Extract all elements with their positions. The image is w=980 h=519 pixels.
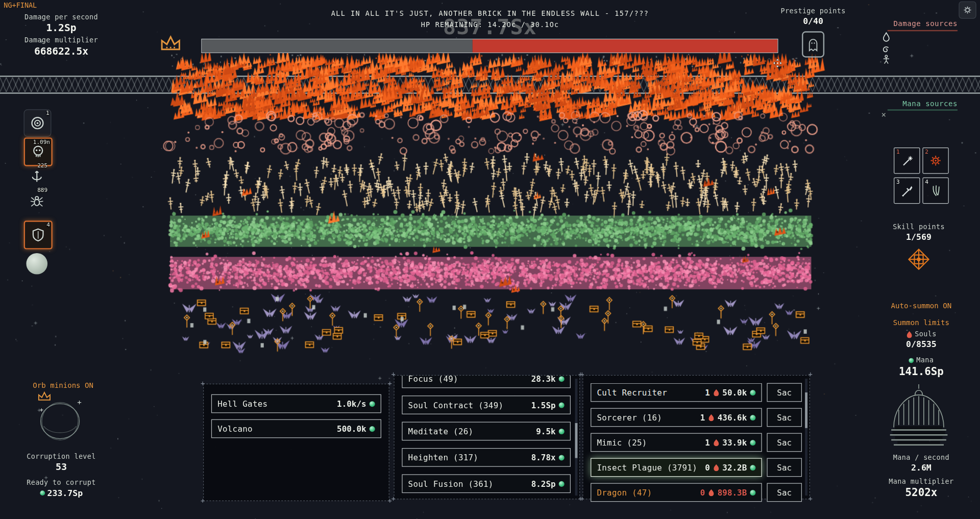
summon-sorcerer[interactable]: Sorcerer (16) 1 436.6k: [591, 408, 762, 427]
spell-focus[interactable]: Focus (49) 28.3k: [402, 376, 571, 388]
claw-icon: [929, 184, 943, 197]
corruption-stat: Corruption level 53: [22, 453, 100, 473]
slot-1-wand[interactable]: 1: [894, 147, 920, 174]
spell-value: 1.0k/s: [337, 399, 366, 408]
summon-name: Sorcerer (16): [597, 413, 662, 422]
buff-spider-button[interactable]: 889: [25, 189, 49, 213]
moon-orb-button[interactable]: [26, 253, 47, 275]
sac-button[interactable]: Sac: [767, 483, 802, 502]
skill-points-value: 1/569: [877, 232, 960, 242]
spell-name: Meditate (26): [408, 427, 474, 436]
mana-multiplier-stat: Mana multiplier 5202x: [877, 478, 965, 499]
auto-summon-toggle[interactable]: Auto-summon ON: [877, 301, 965, 310]
mana-stat: Mana 141.6Sp: [877, 356, 965, 378]
spell-name: Soul Contract (349): [408, 400, 504, 409]
summon-dragon[interactable]: Dragon (47) 0 898.3B: [591, 483, 762, 502]
hp-remaining-text: HP REMAINING: 14.2Oc / 30.1Oc: [200, 20, 780, 29]
sac-button[interactable]: Sac: [767, 458, 802, 477]
summon-row-dragon: Dragon (47) 0 898.3B Sac: [591, 483, 802, 502]
summons-list: Cult Recruiter 1 50.0k Sac Sorcerer (16)…: [583, 376, 809, 506]
spell-soul-fusion[interactable]: Soul Fusion (361) 8.2Sp: [402, 474, 571, 493]
summon-cost: 33.9k: [722, 438, 747, 447]
orb-minions-toggle[interactable]: Orb minions ON: [26, 381, 100, 390]
souls-stat: Souls 0/8535: [877, 330, 965, 349]
mana-multiplier-value: 5202x: [877, 486, 965, 499]
soul-icon: [906, 330, 912, 338]
mana-value: 141.6Sp: [877, 365, 965, 377]
mana-sources-heading: Mana sources: [880, 100, 958, 108]
mana-furnace-icon: [884, 381, 953, 455]
spell-volcano[interactable]: Volcano 500.0k: [211, 419, 381, 438]
buff-skull-button[interactable]: 1.09n: [24, 137, 53, 166]
summons-scrollbar[interactable]: [805, 379, 807, 496]
panel-corner: [391, 496, 396, 502]
corrupt-orb-icon: [40, 490, 45, 496]
mana-orb-icon: [559, 402, 565, 408]
figure-icon: [881, 55, 892, 65]
spiral-icon: [880, 44, 891, 54]
buff-target-badge: 1: [46, 110, 50, 116]
spell-hell-gates[interactable]: Hell Gates 1.0k/s: [211, 394, 381, 413]
summon-count: 0: [705, 463, 710, 472]
buff-target-button[interactable]: 1: [24, 109, 52, 137]
slot-2-gear[interactable]: 2: [922, 147, 948, 174]
slot-4-number: 4: [925, 179, 928, 185]
sac-button[interactable]: Sac: [767, 408, 802, 427]
mana-orb-icon: [370, 426, 375, 431]
orb-minion-sketch[interactable]: [31, 390, 89, 448]
spell-heighten[interactable]: Heighten (317) 8.78x: [402, 448, 571, 467]
panel-corner: [580, 496, 584, 502]
summon-insect-plague[interactable]: Insect Plague (3791) 0 32.2B: [591, 458, 762, 477]
summon-limits-link[interactable]: Summon limits: [877, 318, 965, 327]
summon-mimic[interactable]: Mimic (25) 1 33.9k: [591, 433, 762, 452]
hp-bar: [201, 39, 778, 53]
skill-points-label: Skill points: [877, 223, 960, 231]
summons-panel: Cult Recruiter 1 50.0k Sac Sorcerer (16)…: [582, 375, 810, 500]
spells-scrollbar[interactable]: [575, 379, 578, 496]
dps-value: 1.2Sp: [11, 22, 111, 34]
slot-3-sword[interactable]: 3: [894, 178, 920, 204]
summon-cult-recruiter[interactable]: Cult Recruiter 1 50.0k: [591, 383, 762, 402]
skull-icon: [30, 144, 46, 160]
spell-name: Volcano: [217, 424, 253, 433]
buff-spider-badge: 889: [37, 187, 47, 193]
ng-plus-label: NG+FINAL: [4, 1, 37, 9]
spell-meditate[interactable]: Meditate (26) 9.5k: [402, 422, 571, 441]
mana-per-second-label: Mana / second: [877, 454, 965, 462]
summon-cost: 436.6k: [718, 413, 747, 422]
soul-icon: [708, 489, 714, 497]
settings-button[interactable]: [959, 1, 976, 18]
sac-button[interactable]: Sac: [767, 383, 802, 402]
corruption-label: Corruption level: [22, 453, 100, 461]
mana-label: Mana: [916, 356, 934, 364]
spell-soul-contract[interactable]: Soul Contract (349) 1.5Sp: [402, 396, 571, 414]
mana-multiplier-label: Mana multiplier: [877, 478, 965, 486]
scrollbar-thumb[interactable]: [805, 393, 807, 428]
skill-points-stat: Skill points 1/569: [877, 223, 960, 242]
mana-orb-icon: [559, 376, 565, 382]
summon-count: 1: [705, 438, 710, 447]
damage-multiplier-label: Damage multiplier: [11, 36, 111, 44]
mana-orb-icon: [750, 414, 755, 420]
active-spells-list: Hell Gates 1.0k/s Volcano 500.0k: [204, 384, 388, 438]
prestige-stat: Prestige points 0/40: [779, 7, 848, 26]
ready-to-corrupt-label: Ready to corrupt: [22, 479, 100, 487]
slot-4-claw[interactable]: 4: [922, 178, 948, 204]
slot-1-number: 1: [896, 149, 900, 155]
souls-label: Souls: [915, 330, 936, 338]
scrollbar-thumb[interactable]: [575, 423, 578, 458]
spells-panel: Focus (49) 28.3k Soul Contract (349) 1.5…: [394, 375, 580, 500]
buff-shield-button[interactable]: 4: [24, 220, 53, 249]
sac-button[interactable]: Sac: [767, 433, 802, 452]
buff-anchor-button[interactable]: 225: [25, 165, 49, 189]
wand-icon: [900, 154, 914, 167]
mana-orb-icon: [559, 481, 565, 486]
panel-corner: [580, 371, 584, 378]
gear-icon: [963, 5, 973, 15]
summon-name: Insect Plague (3791): [597, 463, 697, 472]
summon-row-cult-recruiter: Cult Recruiter 1 50.0k Sac: [591, 383, 802, 402]
target-icon: [30, 115, 46, 131]
skill-tree-icon[interactable]: [905, 246, 932, 272]
souls-value: 0/8535: [877, 339, 965, 349]
prestige-icon-frame[interactable]: [802, 31, 824, 57]
